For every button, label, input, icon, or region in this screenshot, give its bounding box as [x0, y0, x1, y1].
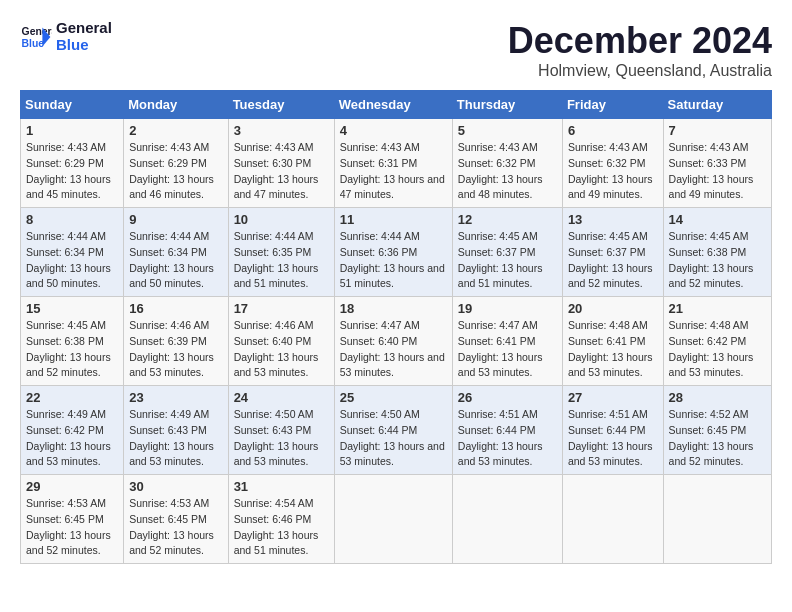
week-row-5: 29 Sunrise: 4:53 AM Sunset: 6:45 PM Dayl… [21, 475, 772, 564]
day-number: 12 [458, 212, 557, 227]
daylight-label: Daylight: 13 hours and 52 minutes. [129, 529, 214, 557]
day-info: Sunrise: 4:45 AM Sunset: 6:37 PM Dayligh… [458, 229, 557, 292]
daylight-label: Daylight: 13 hours and 53 minutes. [129, 440, 214, 468]
sunrise-label: Sunrise: 4:52 AM [669, 408, 749, 420]
calendar-cell: 6 Sunrise: 4:43 AM Sunset: 6:32 PM Dayli… [562, 119, 663, 208]
daylight-label: Daylight: 13 hours and 53 minutes. [129, 351, 214, 379]
sunset-label: Sunset: 6:32 PM [458, 157, 536, 169]
day-info: Sunrise: 4:43 AM Sunset: 6:31 PM Dayligh… [340, 140, 447, 203]
daylight-label: Daylight: 13 hours and 52 minutes. [669, 262, 754, 290]
calendar-cell: 27 Sunrise: 4:51 AM Sunset: 6:44 PM Dayl… [562, 386, 663, 475]
sunset-label: Sunset: 6:43 PM [234, 424, 312, 436]
daylight-label: Daylight: 13 hours and 53 minutes. [669, 351, 754, 379]
logo-line2: Blue [56, 37, 112, 54]
day-info: Sunrise: 4:44 AM Sunset: 6:34 PM Dayligh… [129, 229, 222, 292]
sunrise-label: Sunrise: 4:47 AM [458, 319, 538, 331]
day-number: 21 [669, 301, 766, 316]
location-title: Holmview, Queensland, Australia [508, 62, 772, 80]
daylight-label: Daylight: 13 hours and 53 minutes. [458, 351, 543, 379]
day-info: Sunrise: 4:51 AM Sunset: 6:44 PM Dayligh… [458, 407, 557, 470]
calendar-cell: 16 Sunrise: 4:46 AM Sunset: 6:39 PM Dayl… [124, 297, 228, 386]
day-info: Sunrise: 4:45 AM Sunset: 6:38 PM Dayligh… [26, 318, 118, 381]
day-info: Sunrise: 4:45 AM Sunset: 6:37 PM Dayligh… [568, 229, 658, 292]
daylight-label: Daylight: 13 hours and 48 minutes. [458, 173, 543, 201]
daylight-label: Daylight: 13 hours and 52 minutes. [669, 440, 754, 468]
day-info: Sunrise: 4:43 AM Sunset: 6:33 PM Dayligh… [669, 140, 766, 203]
calendar-header: SundayMondayTuesdayWednesdayThursdayFrid… [21, 91, 772, 119]
daylight-label: Daylight: 13 hours and 49 minutes. [669, 173, 754, 201]
sunrise-label: Sunrise: 4:50 AM [340, 408, 420, 420]
daylight-label: Daylight: 13 hours and 53 minutes. [340, 351, 445, 379]
calendar-cell: 15 Sunrise: 4:45 AM Sunset: 6:38 PM Dayl… [21, 297, 124, 386]
day-info: Sunrise: 4:49 AM Sunset: 6:43 PM Dayligh… [129, 407, 222, 470]
calendar-cell: 11 Sunrise: 4:44 AM Sunset: 6:36 PM Dayl… [334, 208, 452, 297]
sunset-label: Sunset: 6:38 PM [669, 246, 747, 258]
day-info: Sunrise: 4:47 AM Sunset: 6:41 PM Dayligh… [458, 318, 557, 381]
daylight-label: Daylight: 13 hours and 52 minutes. [568, 262, 653, 290]
sunset-label: Sunset: 6:29 PM [129, 157, 207, 169]
sunrise-label: Sunrise: 4:43 AM [234, 141, 314, 153]
day-number: 22 [26, 390, 118, 405]
day-info: Sunrise: 4:43 AM Sunset: 6:32 PM Dayligh… [458, 140, 557, 203]
day-info: Sunrise: 4:44 AM Sunset: 6:36 PM Dayligh… [340, 229, 447, 292]
sunset-label: Sunset: 6:33 PM [669, 157, 747, 169]
day-number: 5 [458, 123, 557, 138]
month-title: December 2024 [508, 20, 772, 62]
calendar-header-thursday: Thursday [452, 91, 562, 119]
sunrise-label: Sunrise: 4:45 AM [568, 230, 648, 242]
sunrise-label: Sunrise: 4:49 AM [26, 408, 106, 420]
day-info: Sunrise: 4:53 AM Sunset: 6:45 PM Dayligh… [129, 496, 222, 559]
daylight-label: Daylight: 13 hours and 46 minutes. [129, 173, 214, 201]
page-header: General Blue General Blue December 2024 … [20, 20, 772, 80]
calendar-header-friday: Friday [562, 91, 663, 119]
calendar-cell: 31 Sunrise: 4:54 AM Sunset: 6:46 PM Dayl… [228, 475, 334, 564]
sunrise-label: Sunrise: 4:48 AM [568, 319, 648, 331]
calendar-header-monday: Monday [124, 91, 228, 119]
daylight-label: Daylight: 13 hours and 53 minutes. [568, 351, 653, 379]
sunrise-label: Sunrise: 4:50 AM [234, 408, 314, 420]
sunset-label: Sunset: 6:39 PM [129, 335, 207, 347]
calendar-cell: 17 Sunrise: 4:46 AM Sunset: 6:40 PM Dayl… [228, 297, 334, 386]
day-number: 13 [568, 212, 658, 227]
day-info: Sunrise: 4:49 AM Sunset: 6:42 PM Dayligh… [26, 407, 118, 470]
sunset-label: Sunset: 6:34 PM [129, 246, 207, 258]
sunrise-label: Sunrise: 4:43 AM [669, 141, 749, 153]
day-number: 7 [669, 123, 766, 138]
day-number: 4 [340, 123, 447, 138]
calendar-cell: 1 Sunrise: 4:43 AM Sunset: 6:29 PM Dayli… [21, 119, 124, 208]
daylight-label: Daylight: 13 hours and 47 minutes. [340, 173, 445, 201]
sunset-label: Sunset: 6:31 PM [340, 157, 418, 169]
sunset-label: Sunset: 6:37 PM [458, 246, 536, 258]
calendar-cell [334, 475, 452, 564]
daylight-label: Daylight: 13 hours and 51 minutes. [234, 262, 319, 290]
day-info: Sunrise: 4:53 AM Sunset: 6:45 PM Dayligh… [26, 496, 118, 559]
calendar-cell: 9 Sunrise: 4:44 AM Sunset: 6:34 PM Dayli… [124, 208, 228, 297]
day-info: Sunrise: 4:46 AM Sunset: 6:39 PM Dayligh… [129, 318, 222, 381]
sunset-label: Sunset: 6:45 PM [669, 424, 747, 436]
calendar-cell: 23 Sunrise: 4:49 AM Sunset: 6:43 PM Dayl… [124, 386, 228, 475]
sunset-label: Sunset: 6:45 PM [26, 513, 104, 525]
sunset-label: Sunset: 6:34 PM [26, 246, 104, 258]
calendar-cell: 28 Sunrise: 4:52 AM Sunset: 6:45 PM Dayl… [663, 386, 771, 475]
sunrise-label: Sunrise: 4:53 AM [129, 497, 209, 509]
calendar-cell: 30 Sunrise: 4:53 AM Sunset: 6:45 PM Dayl… [124, 475, 228, 564]
calendar-cell: 29 Sunrise: 4:53 AM Sunset: 6:45 PM Dayl… [21, 475, 124, 564]
sunset-label: Sunset: 6:40 PM [340, 335, 418, 347]
sunrise-label: Sunrise: 4:44 AM [340, 230, 420, 242]
day-number: 19 [458, 301, 557, 316]
sunrise-label: Sunrise: 4:44 AM [26, 230, 106, 242]
day-number: 2 [129, 123, 222, 138]
calendar-cell: 25 Sunrise: 4:50 AM Sunset: 6:44 PM Dayl… [334, 386, 452, 475]
calendar-cell: 4 Sunrise: 4:43 AM Sunset: 6:31 PM Dayli… [334, 119, 452, 208]
day-number: 15 [26, 301, 118, 316]
daylight-label: Daylight: 13 hours and 49 minutes. [568, 173, 653, 201]
daylight-label: Daylight: 13 hours and 51 minutes. [340, 262, 445, 290]
calendar-cell: 2 Sunrise: 4:43 AM Sunset: 6:29 PM Dayli… [124, 119, 228, 208]
title-section: December 2024 Holmview, Queensland, Aust… [508, 20, 772, 80]
day-number: 26 [458, 390, 557, 405]
day-number: 8 [26, 212, 118, 227]
calendar-cell: 19 Sunrise: 4:47 AM Sunset: 6:41 PM Dayl… [452, 297, 562, 386]
logo-icon: General Blue [20, 21, 52, 53]
sunrise-label: Sunrise: 4:48 AM [669, 319, 749, 331]
sunset-label: Sunset: 6:44 PM [568, 424, 646, 436]
